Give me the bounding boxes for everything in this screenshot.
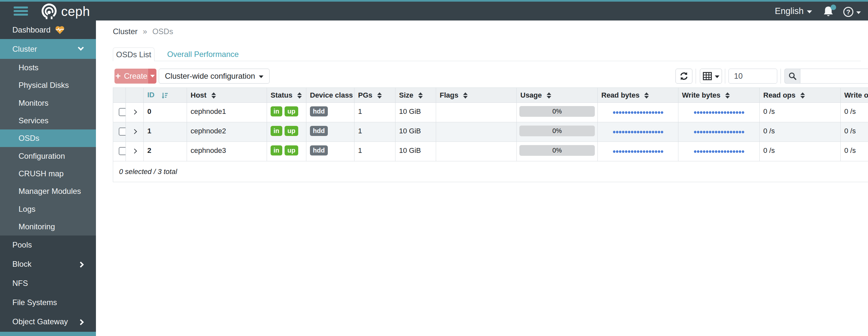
sidebar-item-label: Cluster <box>12 44 37 54</box>
tab-overall-performance[interactable]: Overall Performance <box>159 48 247 61</box>
create-button[interactable]: + Create <box>115 69 148 84</box>
sidebar-item-dashboard[interactable]: Dashboard <box>0 21 96 39</box>
notifications-button[interactable] <box>823 5 835 18</box>
sub-item-label: Hosts <box>19 63 38 72</box>
header-pgs[interactable]: PGs <box>354 88 396 103</box>
read-ops-cell: 0 /s <box>760 103 841 122</box>
create-dropdown-toggle[interactable] <box>148 69 156 84</box>
status-cell: inup <box>267 142 306 161</box>
row-checkbox[interactable] <box>119 108 126 116</box>
sidebar-item-osds[interactable]: OSDs <box>0 129 96 147</box>
ceph-brand[interactable]: ceph <box>40 2 90 21</box>
header-id[interactable]: ID <box>144 88 187 103</box>
host-cell: cephnode3 <box>187 142 267 161</box>
refresh-icon <box>679 71 689 81</box>
header-read-bytes[interactable]: Read bytes <box>598 88 678 103</box>
column-picker-button[interactable] <box>700 69 722 84</box>
sub-item-label: Services <box>19 116 49 125</box>
sort-icon <box>418 92 423 98</box>
sidebar-item-object-gateway[interactable]: Object Gateway <box>0 312 96 331</box>
sidebar-item-monitors[interactable]: Monitors <box>0 94 96 112</box>
toolbar-separator <box>725 69 725 84</box>
row-checkbox[interactable] <box>119 147 126 155</box>
header-read-ops[interactable]: Read ops <box>760 88 841 103</box>
expand-row-icon[interactable] <box>132 110 137 115</box>
header-label: PGs <box>358 91 372 99</box>
flags-cell <box>436 103 517 122</box>
row-checkbox[interactable] <box>119 127 126 135</box>
sidebar-item-services[interactable]: Services <box>0 112 96 129</box>
help-menu[interactable]: ? <box>843 7 861 17</box>
expand-row-icon[interactable] <box>132 149 137 154</box>
cluster-wide-configuration-button[interactable]: Cluster-wide configuration <box>159 69 270 84</box>
write-bytes-sparkline <box>694 129 744 135</box>
page-size-input[interactable] <box>728 69 777 84</box>
create-label: Create <box>124 71 147 81</box>
sidebar-item-monitoring[interactable]: Monitoring <box>0 218 96 236</box>
header-select-all[interactable] <box>113 88 126 103</box>
toolbar-separator <box>695 69 696 84</box>
read-bytes-sparkline <box>613 110 663 115</box>
sidebar-item-hosts[interactable]: Hosts <box>0 59 96 77</box>
tab-osds-list[interactable]: OSDs List <box>113 48 154 61</box>
header-label: Write bytes <box>682 91 720 99</box>
status-in-badge: in <box>271 126 282 136</box>
expand-row-icon[interactable] <box>132 129 137 134</box>
read-bytes-cell <box>598 142 678 161</box>
sub-item-label: Physical Disks <box>19 81 69 90</box>
table-row[interactable]: 0 cephnode1 inup hdd 1 10 GiB 0% 0 /s 0 <box>113 103 868 122</box>
select-cell <box>113 103 126 122</box>
sidebar-item-label: Object Gateway <box>12 317 68 326</box>
sidebar-item-label: Pools <box>12 240 32 249</box>
sidebar-item-block[interactable]: Block <box>0 255 96 274</box>
sub-item-label: Logs <box>19 205 35 214</box>
header-write-bytes[interactable]: Write bytes <box>678 88 760 103</box>
osds-table-wrap: ID Host Status Dev <box>113 88 868 182</box>
sidebar-item-crush-map[interactable]: CRUSH map <box>0 165 96 182</box>
sidebar-item-configuration[interactable]: Configuration <box>0 147 96 164</box>
sidebar-item-cluster[interactable]: Cluster <box>0 39 96 59</box>
header-usage[interactable]: Usage <box>517 88 598 103</box>
cluster-submenu: Hosts Physical Disks Monitors Services O… <box>0 59 96 236</box>
header-status[interactable]: Status <box>267 88 306 103</box>
chevron-down-icon <box>856 11 861 14</box>
header-flags[interactable]: Flags <box>436 88 517 103</box>
flags-cell <box>436 142 517 161</box>
status-up-badge: up <box>285 126 298 136</box>
hamburger-menu-icon[interactable] <box>14 6 28 16</box>
pgs-cell: 1 <box>354 103 396 122</box>
search-input[interactable] <box>800 69 868 84</box>
toolbar-separator <box>780 69 781 84</box>
chevron-down-icon <box>259 75 264 78</box>
language-selector[interactable]: English <box>775 6 812 16</box>
sidebar-item-pools[interactable]: Pools <box>0 236 96 255</box>
refresh-button[interactable] <box>676 69 692 84</box>
usage-label: 0% <box>553 127 562 135</box>
sidebar-item-manager-modules[interactable]: Manager Modules <box>0 182 96 200</box>
read-ops-cell: 0 /s <box>760 122 841 142</box>
size-cell: 10 GiB <box>396 103 436 122</box>
size-cell: 10 GiB <box>396 122 436 142</box>
table-header-row: ID Host Status Dev <box>113 88 868 103</box>
read-ops-cell: 0 /s <box>760 142 841 161</box>
sidebar-item-file-systems[interactable]: File Systems <box>0 293 96 312</box>
header-host[interactable]: Host <box>187 88 267 103</box>
header-label: Size <box>399 91 413 99</box>
table-grid-icon <box>703 72 712 80</box>
table-row[interactable]: 1 cephnode2 inup hdd 1 10 GiB 0% 0 /s 0 <box>113 122 868 142</box>
top-navbar: ceph English ? <box>0 0 868 21</box>
header-write-ops[interactable]: Write ops <box>841 88 868 103</box>
write-bytes-sparkline <box>694 110 744 115</box>
table-row[interactable]: 2 cephnode3 inup hdd 1 10 GiB 0% 0 /s 0 <box>113 142 868 161</box>
cluster-wide-label: Cluster-wide configuration <box>165 71 255 81</box>
usage-progress-bar: 0% <box>519 126 595 136</box>
magnifier-icon <box>788 71 797 81</box>
sort-icon <box>211 92 216 98</box>
sort-icon <box>377 92 382 98</box>
header-device-class[interactable]: Device class <box>306 88 354 103</box>
sidebar-item-nfs[interactable]: NFS <box>0 274 96 293</box>
sidebar-item-physical-disks[interactable]: Physical Disks <box>0 77 96 94</box>
sidebar-item-logs[interactable]: Logs <box>0 200 96 218</box>
header-size[interactable]: Size <box>396 88 436 103</box>
header-label: Read bytes <box>601 91 639 99</box>
